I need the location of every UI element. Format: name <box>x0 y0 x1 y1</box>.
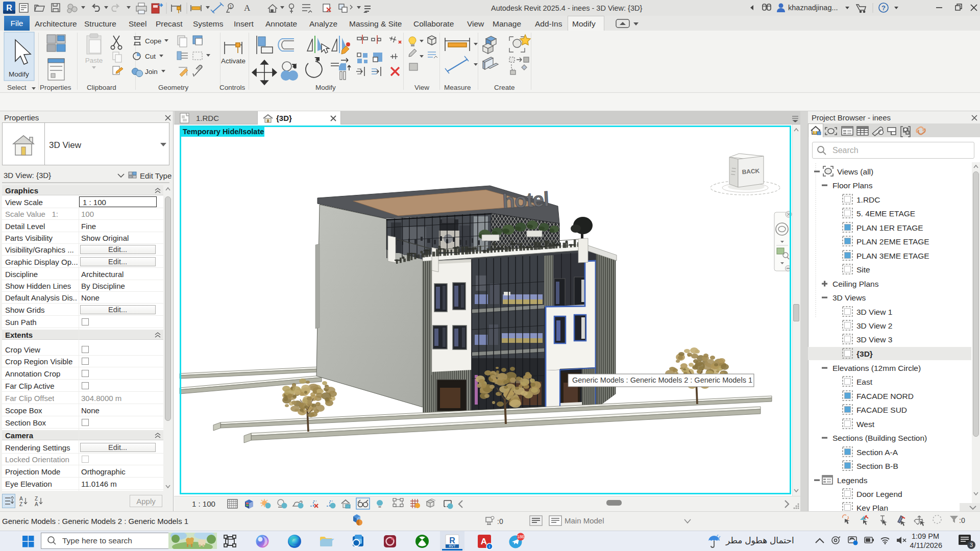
svg-text:RVT: RVT <box>449 544 456 548</box>
svg-text:Door Legend: Door Legend <box>856 490 902 498</box>
svg-text:3: 3 <box>970 542 973 548</box>
svg-text:PLAN 1ER ETAGE: PLAN 1ER ETAGE <box>856 223 923 232</box>
svg-text:Join: Join <box>145 68 158 76</box>
svg-text:Z: Z <box>35 496 38 502</box>
svg-text:Activate: Activate <box>221 57 246 65</box>
svg-text:PLAN 2EME ETAGE: PLAN 2EME ETAGE <box>856 237 929 246</box>
svg-text:A: A <box>481 537 487 546</box>
svg-text:Cut: Cut <box>145 53 156 60</box>
svg-text:Section B-B: Section B-B <box>856 462 898 470</box>
svg-text:A: A <box>35 502 38 507</box>
svg-text:3D View 1: 3D View 1 <box>856 308 892 316</box>
svg-text:A: A <box>244 3 251 13</box>
svg-text:Views (all): Views (all) <box>837 167 873 176</box>
svg-text:Elevations (12mm Circle): Elevations (12mm Circle) <box>832 364 921 372</box>
svg-text:Legends: Legends <box>837 476 868 485</box>
svg-text:186: 186 <box>517 534 524 539</box>
svg-text:Ceiling Plans: Ceiling Plans <box>832 280 879 288</box>
svg-text:5. 4EME ETAGE: 5. 4EME ETAGE <box>856 209 915 218</box>
svg-text:i: i <box>489 544 490 549</box>
svg-text:Z: Z <box>19 502 22 507</box>
svg-text:?: ? <box>881 4 886 12</box>
svg-text:Cope: Cope <box>145 37 161 45</box>
svg-text:1.RDC: 1.RDC <box>856 195 880 204</box>
svg-text:Section A-A: Section A-A <box>856 448 898 457</box>
svg-text:R: R <box>6 4 12 12</box>
svg-text:R: R <box>449 536 455 545</box>
svg-text:Modify: Modify <box>9 70 29 78</box>
svg-text:3D Views: 3D Views <box>832 293 866 302</box>
svg-text:Sections (Building Section): Sections (Building Section) <box>832 434 927 442</box>
svg-text:Paste: Paste <box>85 57 103 64</box>
svg-text:A: A <box>19 496 23 502</box>
svg-text:Key Plan: Key Plan <box>856 504 888 512</box>
svg-text::0: :0 <box>497 517 503 525</box>
svg-text:1: 1 <box>229 4 232 9</box>
svg-text:Floor Plans: Floor Plans <box>832 181 873 190</box>
svg-text:West: West <box>856 420 875 429</box>
svg-text:PLAN 3EME ETAGE: PLAN 3EME ETAGE <box>856 252 929 260</box>
svg-text:khaznadjinag...: khaznadjinag... <box>788 4 838 12</box>
svg-text:3D View 2: 3D View 2 <box>856 321 892 330</box>
svg-text:East: East <box>856 378 873 386</box>
svg-text:Site: Site <box>856 265 870 274</box>
svg-text:FACADE SUD: FACADE SUD <box>856 406 907 414</box>
svg-text::0: :0 <box>959 516 965 524</box>
svg-text:FACADE NORD: FACADE NORD <box>856 392 914 400</box>
svg-text:{3D}: {3D} <box>856 349 873 358</box>
svg-text:3D View 3: 3D View 3 <box>856 335 892 344</box>
